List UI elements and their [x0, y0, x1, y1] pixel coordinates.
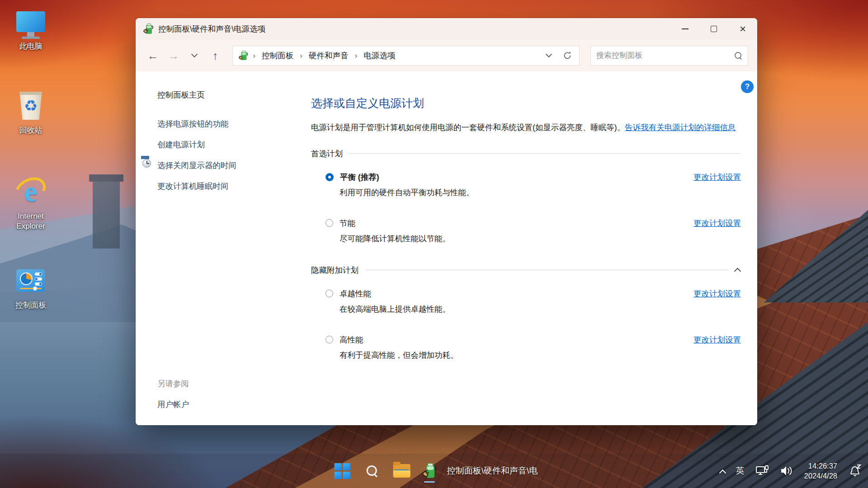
radio-high-performance[interactable] — [326, 336, 333, 343]
desktop-icon-label: 控制面板 — [15, 300, 46, 310]
maximize-button[interactable] — [699, 18, 728, 40]
refresh-button[interactable] — [563, 51, 572, 60]
windows-logo-icon — [334, 463, 350, 479]
tray-overflow-button[interactable] — [720, 469, 725, 474]
back-button[interactable]: ← — [144, 47, 162, 65]
minimize-icon — [682, 28, 689, 29]
system-tray: 英 14:26:37 2024/4/28 — [720, 454, 862, 488]
sidebar-item-create-plan[interactable]: 创建电源计划 — [157, 139, 311, 150]
change-plan-settings-link[interactable]: 更改计划设置 — [693, 172, 741, 183]
desktop-icon-this-pc[interactable]: 此电脑 — [4, 5, 58, 52]
power-options-icon — [143, 23, 154, 35]
change-plan-settings-link[interactable]: 更改计划设置 — [693, 334, 741, 345]
address-dropdown-button[interactable] — [547, 52, 551, 60]
taskbar-center: 控制面板\硬件和声音\电 — [330, 454, 538, 488]
sidebar: 控制面板主页 选择电源按钮的功能 创建电源计划 选择关闭显示器的时间 更改计算机… — [136, 71, 311, 425]
radio-balanced[interactable] — [326, 173, 334, 181]
search-icon[interactable] — [734, 52, 742, 60]
navigation-bar: ← → ↑ › 控制面板 › 硬件和声音 › 电源选项 — [136, 40, 757, 71]
desktop-icon-label: Internet Explorer — [6, 211, 56, 231]
bell-sleep-icon — [848, 464, 862, 478]
sidebar-item-sleep-time[interactable]: 更改计算机睡眠时间 — [157, 181, 311, 192]
this-pc-icon — [14, 5, 47, 38]
control-panel-window: 控制面板\硬件和声音\电源选项 × ← → ↑ › 控制面板 › 硬件和声音 ›… — [136, 18, 757, 425]
network-button[interactable] — [755, 465, 769, 477]
section-hidden-plans: 隐藏附加计划 — [311, 265, 740, 276]
volume-button[interactable] — [780, 465, 793, 477]
recycle-bin-icon: ♻ — [14, 89, 47, 122]
file-explorer-button[interactable] — [390, 458, 414, 484]
desktop-icon-label: 回收站 — [19, 126, 42, 136]
plan-description: 在较高端电脑上提供卓越性能。 — [340, 304, 744, 314]
plan-name: 平衡 (推荐) — [340, 172, 379, 183]
sleep-sphere-icon — [141, 180, 153, 191]
close-button[interactable]: × — [728, 18, 757, 40]
learn-more-link[interactable]: 告诉我有关电源计划的详细信息 — [625, 123, 736, 132]
chevron-down-icon — [191, 51, 198, 57]
up-button[interactable]: ↑ — [206, 47, 224, 65]
breadcrumb-hardware-sound[interactable]: 硬件和声音 — [307, 50, 350, 61]
start-button[interactable] — [330, 458, 354, 484]
recent-pages-dropdown[interactable] — [185, 47, 203, 65]
refresh-icon — [563, 51, 572, 60]
section-title: 首选计划 — [311, 148, 343, 159]
plan-balanced: 平衡 (推荐) 更改计划设置 利用可用的硬件自动平衡功耗与性能。 — [311, 172, 744, 198]
plan-name: 节能 — [340, 218, 355, 229]
main-panel: ? 选择或自定义电源计划 电源计划是用于管理计算机如何使用电源的一套硬件和系统设… — [311, 71, 757, 425]
help-button[interactable]: ? — [741, 80, 754, 93]
plan-high-performance: 高性能 更改计划设置 有利于提高性能，但会增加功耗。 — [311, 334, 744, 361]
plan-description: 利用可用的硬件自动平衡功耗与性能。 — [340, 187, 744, 198]
section-preferred-plans: 首选计划 — [311, 148, 740, 159]
taskbar-search-button[interactable] — [360, 458, 384, 484]
ethernet-icon — [755, 465, 769, 477]
chevron-down-icon — [546, 51, 552, 57]
search-icon — [366, 465, 378, 477]
breadcrumb-power-options[interactable]: 电源选项 — [362, 50, 397, 61]
breadcrumb-separator-icon: › — [354, 51, 359, 61]
intro-body: 电源计划是用于管理计算机如何使用电源的一套硬件和系统设置(如显示器亮度、睡眠等)… — [311, 123, 625, 132]
clock[interactable]: 14:26:37 2024/4/28 — [804, 461, 837, 481]
plan-power-saver: 节能 更改计划设置 尽可能降低计算机性能以节能。 — [311, 218, 744, 244]
internet-explorer-icon: e — [14, 175, 47, 208]
taskbar: 控制面板\硬件和声音\电 英 14:26:37 2024/4/28 — [0, 454, 868, 488]
address-bar[interactable]: › 控制面板 › 硬件和声音 › 电源选项 — [232, 46, 580, 66]
see-also-section: 另请参阅 用户帐户 — [157, 378, 311, 410]
see-also-user-accounts[interactable]: 用户帐户 — [157, 399, 311, 410]
sidebar-item-display-off-time[interactable]: 选择关闭显示器的时间 — [157, 160, 311, 171]
ime-indicator[interactable]: 英 — [736, 465, 745, 477]
window-title: 控制面板\硬件和声音\电源选项 — [158, 23, 265, 34]
change-plan-settings-link[interactable]: 更改计划设置 — [693, 218, 741, 229]
sidebar-item-home[interactable]: 控制面板主页 — [157, 89, 311, 100]
speaker-icon — [780, 465, 793, 477]
section-divider — [350, 153, 740, 154]
active-window-label[interactable]: 控制面板\硬件和声音\电 — [447, 465, 538, 477]
plan-ultimate-performance: 卓越性能 更改计划设置 在较高端电脑上提供卓越性能。 — [311, 288, 744, 314]
forward-button[interactable]: → — [165, 47, 183, 65]
question-mark-icon: ? — [745, 82, 750, 91]
radio-ultimate-performance[interactable] — [326, 290, 333, 297]
power-options-icon — [238, 50, 248, 61]
notification-bell-button[interactable] — [848, 464, 862, 478]
maximize-icon — [711, 26, 717, 32]
sidebar-item-power-buttons[interactable]: 选择电源按钮的功能 — [157, 118, 311, 129]
active-window-indicator — [424, 481, 435, 483]
window-titlebar[interactable]: 控制面板\硬件和声音\电源选项 × — [136, 18, 757, 40]
power-options-taskbar-button[interactable] — [420, 458, 439, 484]
desktop-icon-internet-explorer[interactable]: e Internet Explorer — [4, 175, 58, 231]
page-title: 选择或自定义电源计划 — [311, 96, 744, 111]
minimize-button[interactable] — [670, 18, 699, 40]
section-title: 隐藏附加计划 — [311, 265, 359, 276]
tray-date: 2024/4/28 — [804, 472, 837, 480]
plan-description: 有利于提高性能，但会增加功耗。 — [340, 350, 744, 361]
radio-power-saver[interactable] — [326, 219, 333, 227]
search-box[interactable] — [590, 46, 748, 66]
desktop-icon-recycle-bin[interactable]: ♻ 回收站 — [4, 89, 58, 136]
search-input[interactable] — [596, 51, 734, 60]
plan-name: 高性能 — [340, 334, 363, 345]
collapse-section-button[interactable] — [735, 266, 740, 274]
breadcrumb-separator-icon: › — [299, 51, 303, 61]
breadcrumb-control-panel[interactable]: 控制面板 — [260, 50, 295, 61]
desktop-icon-label: 此电脑 — [19, 42, 42, 52]
desktop-icon-control-panel[interactable]: 控制面板 — [4, 264, 58, 310]
change-plan-settings-link[interactable]: 更改计划设置 — [693, 288, 741, 299]
